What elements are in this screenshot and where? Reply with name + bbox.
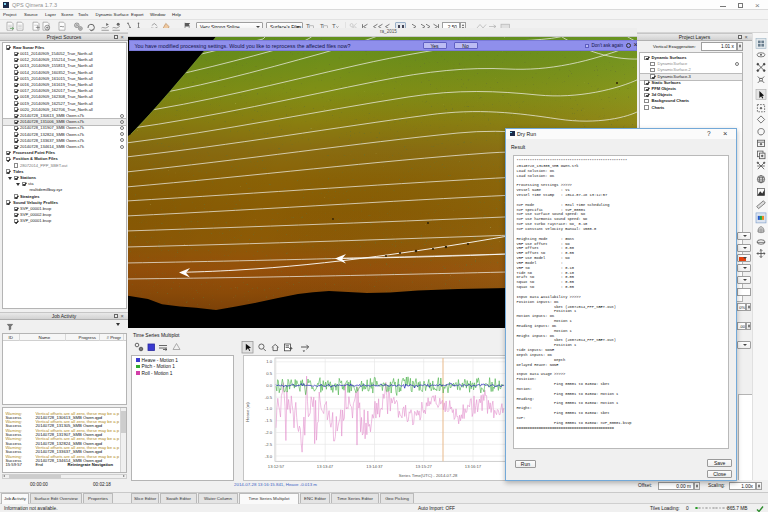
svg-text:-2.0: -2.0 bbox=[265, 430, 273, 435]
svg-text:-2.5: -2.5 bbox=[265, 442, 273, 447]
svg-text:Heave (m): Heave (m) bbox=[245, 402, 250, 422]
svg-text:Series Time(UTC) - 2014-07-28: Series Time(UTC) - 2014-07-28 bbox=[399, 473, 458, 478]
svg-text:0.5: 0.5 bbox=[266, 371, 272, 376]
svg-text:13:13:47: 13:13:47 bbox=[317, 464, 334, 469]
svg-text:13:12:57: 13:12:57 bbox=[268, 464, 285, 469]
svg-text:13:14:37: 13:14:37 bbox=[366, 464, 383, 469]
svg-text:0.0: 0.0 bbox=[266, 383, 272, 388]
svg-text:-1.0: -1.0 bbox=[265, 406, 273, 411]
svg-text:-3.0: -3.0 bbox=[265, 454, 273, 459]
svg-text:-1.5: -1.5 bbox=[265, 418, 273, 423]
svg-text:13:15:27: 13:15:27 bbox=[416, 464, 433, 469]
svg-text:13:16:17: 13:16:17 bbox=[465, 464, 482, 469]
svg-text:1.0: 1.0 bbox=[266, 359, 272, 364]
svg-text:-0.5: -0.5 bbox=[265, 395, 273, 400]
